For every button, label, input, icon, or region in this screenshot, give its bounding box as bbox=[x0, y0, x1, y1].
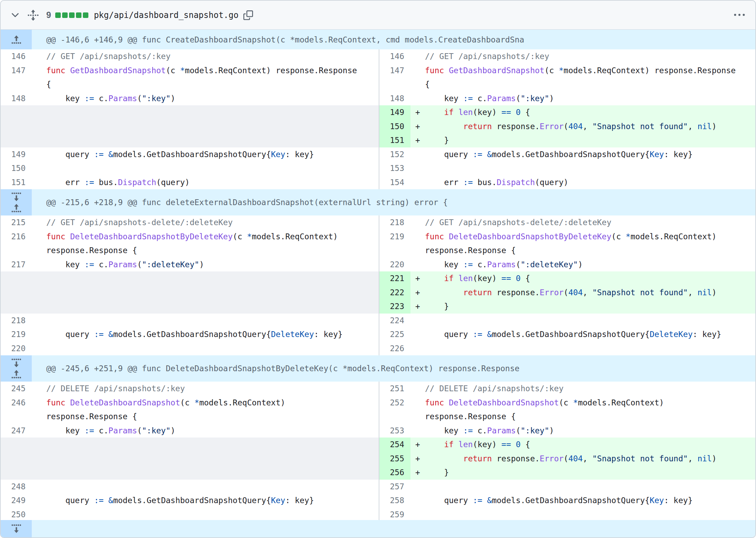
line-number[interactable]: 247 bbox=[1, 424, 32, 438]
code-token: := bbox=[85, 178, 94, 187]
fold-down-icon bbox=[11, 524, 21, 534]
line-number[interactable]: 147 bbox=[1, 64, 32, 78]
line-number[interactable]: 219 bbox=[379, 230, 410, 244]
line-number[interactable]: 246 bbox=[1, 396, 32, 410]
diff-sign bbox=[32, 382, 46, 396]
code-line: query := &models.GetDashboardSnapshotQue… bbox=[425, 493, 756, 508]
diffstat-block-added bbox=[62, 12, 68, 18]
line-number[interactable]: 252 bbox=[379, 396, 410, 410]
line-number[interactable]: 153 bbox=[379, 161, 410, 175]
kebab-horizontal-icon bbox=[734, 10, 745, 21]
file-name-link[interactable]: pkg/api/dashboard_snapshot.go bbox=[94, 10, 239, 20]
line-number[interactable]: 149 bbox=[379, 105, 410, 119]
code-token: (query) bbox=[156, 178, 190, 187]
diff-line-cell: 258 query := &models.GetDashboardSnapsho… bbox=[379, 493, 756, 508]
line-number[interactable]: 249 bbox=[1, 493, 32, 508]
line-number[interactable]: 152 bbox=[379, 147, 410, 162]
diff-sign bbox=[32, 147, 46, 162]
code-line bbox=[425, 314, 756, 328]
line-number[interactable]: 258 bbox=[379, 493, 410, 508]
line-number[interactable]: 217 bbox=[1, 258, 32, 272]
line-number[interactable]: 253 bbox=[379, 424, 410, 438]
line-number[interactable]: 221 bbox=[379, 271, 410, 286]
line-number[interactable]: 250 bbox=[1, 508, 32, 522]
code-token: Key bbox=[271, 150, 285, 159]
diff-line-cell: 217 key := c.Params(":deleteKey") bbox=[1, 258, 379, 272]
diff-file-container: 9 pkg/api/dashboard_snapshot.go @@ -146,… bbox=[0, 0, 756, 538]
line-number[interactable]: 226 bbox=[379, 342, 410, 356]
code-token: err bbox=[46, 178, 85, 187]
line-number[interactable]: 151 bbox=[1, 175, 32, 190]
diff-line-cell: 148 key := c.Params(":key") bbox=[379, 92, 756, 106]
code-line: return response.Error(404, "Snapshot not… bbox=[425, 452, 756, 466]
code-line: // GET /api/snapshots-delete/:deleteKey bbox=[425, 215, 756, 230]
code-token: ) bbox=[171, 426, 175, 435]
expand-down-button[interactable] bbox=[1, 520, 32, 537]
code-token bbox=[454, 108, 458, 117]
line-number[interactable]: 222 bbox=[379, 286, 410, 300]
line-number[interactable]: 146 bbox=[379, 49, 410, 64]
collapse-file-button[interactable] bbox=[10, 10, 21, 21]
line-number[interactable]: 148 bbox=[1, 92, 32, 106]
code-token: * bbox=[180, 66, 185, 75]
line-number[interactable]: 259 bbox=[379, 508, 410, 522]
expand-hunk-button[interactable] bbox=[1, 189, 32, 215]
copy-file-path-button[interactable] bbox=[243, 10, 253, 20]
diff-line-cell: 255+ return response.Error(404, "Snapsho… bbox=[379, 452, 756, 466]
line-number[interactable]: 223 bbox=[379, 299, 410, 314]
line-number[interactable]: 255 bbox=[379, 452, 410, 466]
diff-sign bbox=[32, 452, 46, 466]
line-number[interactable]: 254 bbox=[379, 438, 410, 452]
code-line: key := c.Params(":key") bbox=[425, 92, 756, 106]
code-token: ":deleteKey" bbox=[521, 260, 578, 269]
diff-row: 246func DeleteDashboardSnapshot(c *model… bbox=[1, 396, 755, 410]
line-number[interactable]: 251 bbox=[379, 382, 410, 396]
line-number[interactable]: 219 bbox=[1, 327, 32, 342]
expand-hunk-button[interactable] bbox=[1, 355, 32, 382]
diff-sign bbox=[32, 215, 46, 230]
fold-down-icon bbox=[11, 192, 21, 202]
code-token: := bbox=[463, 178, 473, 187]
code-line: func GetDashboardSnapshot(c *models.ReqC… bbox=[46, 64, 379, 78]
line-number[interactable]: 224 bbox=[379, 314, 410, 328]
code-line: } bbox=[425, 133, 756, 147]
line-number[interactable]: 218 bbox=[1, 314, 32, 328]
line-number[interactable]: 245 bbox=[1, 382, 32, 396]
line-number[interactable]: 225 bbox=[379, 327, 410, 342]
diff-sign bbox=[32, 410, 46, 424]
diff-sign bbox=[410, 258, 425, 272]
code-token: query bbox=[425, 496, 473, 505]
file-options-menu-button[interactable] bbox=[734, 10, 745, 21]
line-number[interactable]: 149 bbox=[1, 147, 32, 162]
line-number[interactable]: 150 bbox=[1, 161, 32, 175]
expand-all-hunks-button[interactable] bbox=[28, 10, 39, 21]
empty-filler-cell bbox=[1, 286, 379, 300]
code-token bbox=[444, 398, 449, 407]
line-number[interactable]: 218 bbox=[379, 215, 410, 230]
line-number[interactable]: 146 bbox=[1, 49, 32, 64]
diff-row: 215// GET /api/snapshots-delete/:deleteK… bbox=[1, 215, 755, 230]
line-number[interactable]: 150 bbox=[379, 119, 410, 134]
line-number[interactable]: 151 bbox=[379, 133, 410, 147]
diff-row: 223+ } bbox=[1, 299, 755, 314]
line-number bbox=[1, 105, 32, 119]
line-number[interactable]: 216 bbox=[1, 230, 32, 244]
line-number[interactable]: 220 bbox=[379, 258, 410, 272]
line-number[interactable]: 148 bbox=[379, 92, 410, 106]
code-token: if bbox=[444, 440, 454, 449]
line-number[interactable]: 248 bbox=[1, 480, 32, 494]
code-token bbox=[511, 108, 516, 117]
line-number[interactable]: 215 bbox=[1, 215, 32, 230]
line-number[interactable]: 256 bbox=[379, 465, 410, 480]
line-number[interactable]: 154 bbox=[379, 175, 410, 190]
diff-sign bbox=[32, 424, 46, 438]
code-token: * bbox=[559, 66, 564, 75]
code-token: c. bbox=[473, 94, 487, 103]
line-number[interactable]: 257 bbox=[379, 480, 410, 494]
expand-hunk-button[interactable] bbox=[1, 30, 32, 49]
line-number[interactable]: 220 bbox=[1, 342, 32, 356]
line-number[interactable]: 147 bbox=[379, 64, 410, 78]
code-token: { bbox=[425, 80, 430, 89]
diff-sign bbox=[410, 243, 425, 258]
code-line: response.Response { bbox=[425, 410, 756, 424]
